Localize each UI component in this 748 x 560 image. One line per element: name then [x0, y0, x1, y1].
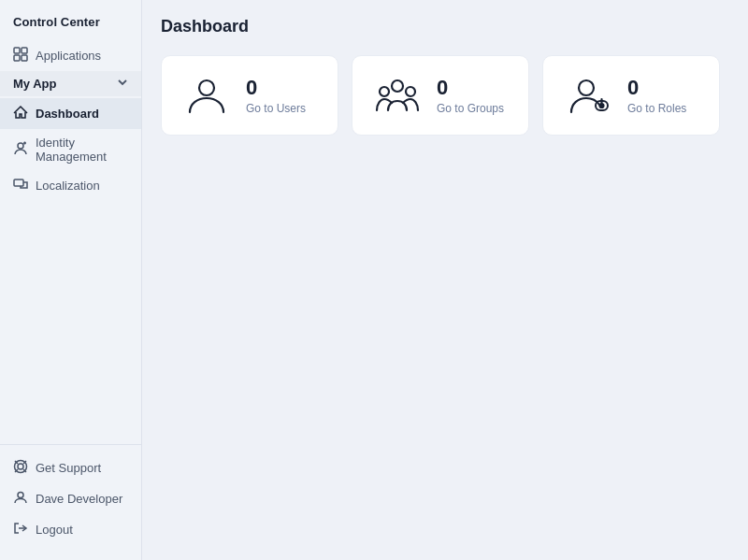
support-icon	[13, 459, 28, 477]
sidebar-item-user-profile[interactable]: Dave Developer	[0, 483, 141, 514]
svg-rect-3	[22, 55, 27, 61]
svg-point-17	[392, 80, 403, 92]
sidebar-item-dashboard[interactable]: Dashboard	[0, 98, 141, 129]
users-card[interactable]: 0 Go to Users	[161, 55, 338, 136]
main-content: Dashboard 0 Go to Users	[142, 0, 748, 560]
svg-point-19	[406, 87, 415, 96]
svg-point-18	[380, 87, 389, 96]
svg-point-9	[18, 464, 23, 469]
dashboard-icon	[13, 105, 28, 122]
svg-point-16	[199, 80, 214, 95]
groups-label: Go to Groups	[437, 102, 504, 115]
sidebar-app-row[interactable]: My App	[0, 71, 141, 96]
users-label: Go to Users	[246, 102, 306, 115]
roles-count: 0	[627, 76, 686, 100]
svg-point-14	[18, 493, 23, 498]
logout-icon	[13, 521, 28, 538]
sidebar-item-applications[interactable]: Applications	[0, 40, 141, 71]
groups-card-info: 0 Go to Groups	[437, 76, 504, 115]
cards-row: 0 Go to Users 0 Go to Groups	[161, 55, 729, 136]
users-count: 0	[246, 76, 306, 100]
sidebar-item-logout[interactable]: Logout	[0, 514, 141, 545]
svg-rect-7	[14, 179, 23, 186]
roles-label: Go to Roles	[627, 102, 686, 115]
localization-label: Localization	[36, 179, 100, 193]
sidebar-item-get-support[interactable]: Get Support	[0, 452, 141, 483]
sidebar-title: Control Center	[0, 15, 141, 40]
roles-card[interactable]: 0 Go to Roles	[542, 55, 720, 136]
sidebar-item-identity-management[interactable]: Identity Management	[0, 129, 141, 170]
svg-point-4	[18, 143, 23, 149]
groups-count: 0	[437, 76, 504, 100]
users-card-icon	[184, 73, 229, 118]
sidebar-item-localization[interactable]: Localization	[0, 170, 141, 201]
page-title: Dashboard	[161, 17, 729, 36]
svg-point-20	[579, 80, 594, 95]
groups-card[interactable]: 0 Go to Groups	[352, 55, 529, 136]
identity-management-icon	[13, 141, 28, 159]
user-icon	[13, 490, 28, 508]
applications-label: Applications	[36, 49, 101, 63]
svg-rect-0	[14, 48, 20, 53]
groups-card-icon	[375, 73, 420, 118]
get-support-label: Get Support	[36, 461, 101, 475]
logout-label: Logout	[36, 523, 73, 537]
dashboard-label: Dashboard	[36, 107, 99, 121]
applications-icon	[13, 47, 28, 65]
svg-rect-1	[22, 48, 27, 53]
app-name-label: My App	[13, 77, 56, 91]
users-card-info: 0 Go to Users	[246, 76, 306, 115]
sidebar-section: Applications My App Dashboard	[0, 40, 141, 444]
identity-management-label: Identity Management	[36, 136, 128, 164]
svg-rect-2	[14, 55, 20, 61]
roles-card-info: 0 Go to Roles	[627, 76, 686, 115]
roles-card-icon	[566, 73, 611, 118]
sidebar: Control Center Applications My App	[0, 0, 142, 560]
localization-icon	[13, 177, 28, 194]
sidebar-bottom: Get Support Dave Developer Logout	[0, 444, 141, 545]
chevron-down-icon	[117, 77, 128, 91]
user-profile-label: Dave Developer	[36, 492, 122, 506]
